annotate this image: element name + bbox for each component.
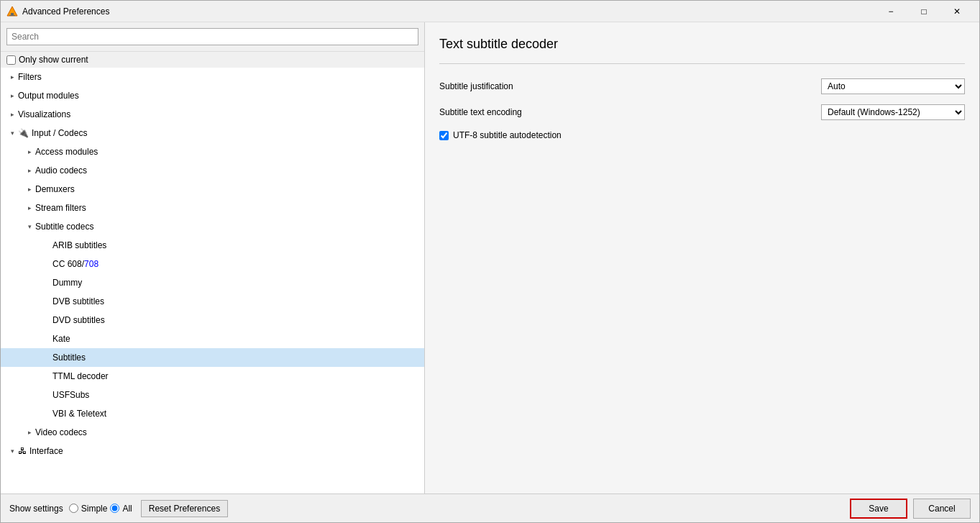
- close-button[interactable]: ✕: [940, 1, 974, 22]
- settings-mode-group: Simple All: [69, 504, 132, 514]
- tree-item-label-cc-608-708: CC 608/708: [52, 259, 99, 269]
- tree-item-dvb-subtitles[interactable]: DVB subtitles: [1, 292, 424, 311]
- tree-item-visualizations[interactable]: Visualizations: [1, 105, 424, 124]
- all-radio-label: All: [122, 504, 132, 514]
- input-codecs-icon: 🔌: [18, 128, 29, 138]
- reset-preferences-button[interactable]: Reset Preferences: [141, 500, 228, 517]
- tree-item-demuxers[interactable]: Demuxers: [1, 180, 424, 199]
- tree-item-access-modules[interactable]: Access modules: [1, 142, 424, 161]
- subtitle-text-encoding-select[interactable]: Default (Windows-1252) UTF-8 UTF-16 ISO-…: [821, 104, 965, 120]
- tree-item-label-filters: Filters: [18, 72, 42, 82]
- all-radio[interactable]: [110, 504, 119, 513]
- tree-item-label-visualizations: Visualizations: [18, 109, 70, 119]
- only-show-current-row: Only show current: [1, 52, 424, 68]
- subtitle-text-encoding-label: Subtitle text encoding: [439, 107, 821, 117]
- simple-radio[interactable]: [69, 504, 78, 513]
- tree-item-label-dvb-subtitles: DVB subtitles: [52, 296, 104, 306]
- left-panel: Only show current FiltersOutput modulesV…: [1, 22, 425, 494]
- utf8-autodetection-checkbox[interactable]: [439, 131, 449, 140]
- tree-item-input-codecs[interactable]: 🔌Input / Codecs: [1, 124, 424, 142]
- window-title: Advanced Preferences: [22, 6, 874, 17]
- subtitle-justification-label: Subtitle justification: [439, 81, 821, 91]
- tree-item-label-kate: Kate: [52, 334, 70, 344]
- tree-item-kate[interactable]: Kate: [1, 329, 424, 348]
- window-controls: − □ ✕: [874, 1, 974, 22]
- cancel-button[interactable]: Cancel: [913, 499, 971, 519]
- tree-item-label-subtitles: Subtitles: [52, 353, 86, 363]
- maximize-button[interactable]: □: [907, 1, 940, 22]
- content-area: Only show current FiltersOutput modulesV…: [1, 22, 979, 494]
- tree-item-dummy[interactable]: Dummy: [1, 273, 424, 292]
- right-panel: Text subtitle decoder Subtitle justifica…: [425, 22, 979, 494]
- tree-item-label-subtitle-codecs: Subtitle codecs: [35, 222, 93, 232]
- utf8-autodetection-row: UTF-8 subtitle autodetection: [439, 130, 965, 140]
- tree-item-arib-subtitles[interactable]: ARIB subtitles: [1, 236, 424, 255]
- tree-item-stream-filters[interactable]: Stream filters: [1, 199, 424, 217]
- tree-item-label-arib-subtitles: ARIB subtitles: [52, 240, 106, 250]
- tree-item-label-audio-codecs: Audio codecs: [35, 165, 87, 176]
- right-actions: Save Cancel: [850, 499, 971, 519]
- tree-item-ttml-decoder[interactable]: TTML decoder: [1, 367, 424, 386]
- tree-item-label-output-modules: Output modules: [18, 91, 79, 101]
- tree-item-usfsubs[interactable]: USFSubs: [1, 386, 424, 404]
- subtitle-text-encoding-row: Subtitle text encoding Default (Windows-…: [439, 104, 965, 120]
- tree-item-label-demuxers: Demuxers: [35, 184, 75, 194]
- tree-item-cc-608-708[interactable]: CC 608/708: [1, 255, 424, 273]
- tree-item-interface[interactable]: 🖧Interface: [1, 442, 424, 460]
- search-input[interactable]: [6, 28, 418, 45]
- save-button[interactable]: Save: [850, 499, 907, 519]
- tree-item-label-vbi-teletext: VBI & Teletext: [52, 409, 106, 419]
- tree-item-label-stream-filters: Stream filters: [35, 203, 86, 213]
- titlebar: Advanced Preferences − □ ✕: [1, 1, 979, 22]
- tree-item-label-ttml-decoder: TTML decoder: [52, 371, 109, 381]
- tree-item-subtitles[interactable]: Subtitles: [1, 348, 424, 367]
- tree-item-label-access-modules: Access modules: [35, 147, 98, 157]
- tree-item-dvd-subtitles[interactable]: DVD subtitles: [1, 311, 424, 329]
- tree-item-label-input-codecs: Input / Codecs: [32, 128, 87, 138]
- svg-rect-2: [9, 15, 15, 16]
- app-icon: [6, 6, 18, 17]
- search-bar: [1, 22, 424, 52]
- tree-item-subtitle-codecs[interactable]: Subtitle codecs: [1, 217, 424, 236]
- subtitle-justification-row: Subtitle justification Auto Left Center …: [439, 78, 965, 94]
- simple-radio-label: Simple: [81, 504, 108, 514]
- subtitle-justification-select[interactable]: Auto Left Center Right: [821, 78, 965, 94]
- only-show-current-checkbox[interactable]: [6, 55, 16, 65]
- tree-item-video-codecs[interactable]: Video codecs: [1, 423, 424, 442]
- tree-container[interactable]: FiltersOutput modulesVisualizations🔌Inpu…: [1, 68, 424, 494]
- app-window: Advanced Preferences − □ ✕ Only show cur…: [0, 0, 980, 523]
- interface-icon: 🖧: [18, 446, 27, 456]
- tree-item-output-modules[interactable]: Output modules: [1, 86, 424, 105]
- bottom-bar: Show settings Simple All Reset Preferenc…: [1, 494, 979, 522]
- tree-item-label-dummy: Dummy: [52, 278, 82, 288]
- only-show-current-label: Only show current: [19, 55, 88, 65]
- tree-item-audio-codecs[interactable]: Audio codecs: [1, 161, 424, 180]
- tree-item-label-dvd-subtitles: DVD subtitles: [52, 315, 105, 325]
- section-divider: [439, 63, 965, 64]
- tree-item-label-usfsubs: USFSubs: [52, 390, 89, 400]
- tree-item-vbi-teletext[interactable]: VBI & Teletext: [1, 404, 424, 423]
- tree-item-label-interface: Interface: [29, 446, 63, 456]
- svg-rect-1: [11, 13, 14, 15]
- tree-item-filters[interactable]: Filters: [1, 68, 424, 86]
- section-title: Text subtitle decoder: [439, 37, 965, 52]
- minimize-button[interactable]: −: [874, 1, 907, 22]
- utf8-autodetection-label: UTF-8 subtitle autodetection: [453, 130, 562, 140]
- tree-item-label-video-codecs: Video codecs: [35, 427, 87, 437]
- show-settings-label: Show settings: [9, 504, 63, 514]
